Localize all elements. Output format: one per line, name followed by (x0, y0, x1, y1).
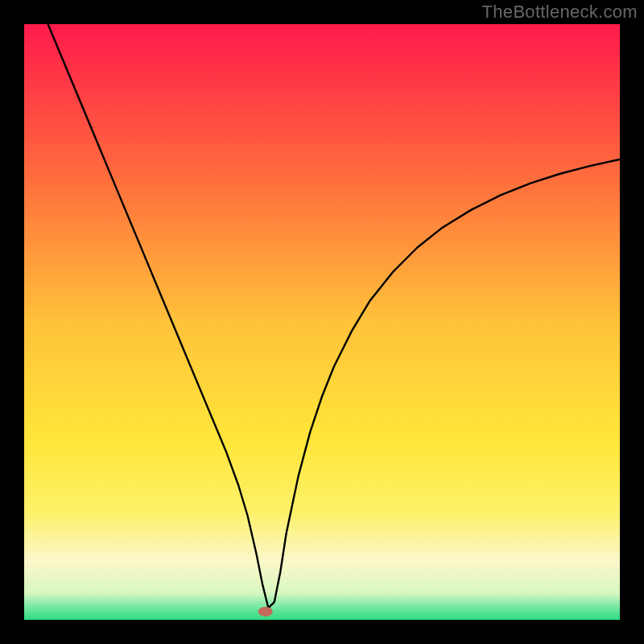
watermark-text: TheBottleneck.com (482, 2, 638, 23)
bottleneck-marker (258, 607, 273, 617)
chart-svg (24, 24, 620, 620)
plot-area (24, 24, 620, 620)
chart-frame: TheBottleneck.com (0, 0, 644, 644)
gradient-background (24, 24, 620, 620)
